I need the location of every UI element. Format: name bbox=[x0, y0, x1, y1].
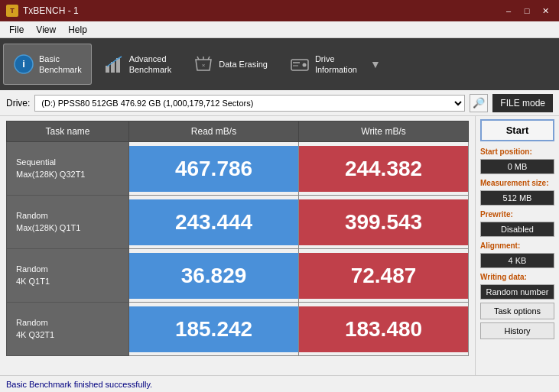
history-button[interactable]: History bbox=[480, 322, 554, 339]
alignment-value[interactable]: 4 KB bbox=[480, 253, 554, 268]
read-value-1: 243.444 bbox=[129, 196, 299, 249]
write-value-1: 399.543 bbox=[299, 196, 469, 249]
measurement-size-value[interactable]: 512 MB bbox=[480, 190, 554, 206]
right-panel: Start Start position: 0 MB Measurement s… bbox=[475, 116, 559, 375]
table-row: Random4K Q32T1185.242183.480 bbox=[7, 303, 469, 356]
prewrite-value[interactable]: Disabled bbox=[480, 222, 554, 237]
benchmark-table-area: Task name Read mB/s Write mB/s Sequentia… bbox=[0, 116, 475, 375]
write-value-0: 244.382 bbox=[299, 142, 469, 196]
minimize-button[interactable]: – bbox=[501, 5, 516, 17]
drive-information-label: DriveInformation bbox=[315, 53, 357, 76]
col-header-read: Read mB/s bbox=[129, 121, 299, 142]
read-value-3: 185.242 bbox=[129, 303, 299, 356]
writing-data-label: Writing data: bbox=[480, 273, 554, 281]
row-label-0: SequentialMax(128K) Q32T1 bbox=[7, 142, 129, 196]
maximize-button[interactable]: □ bbox=[519, 5, 535, 17]
start-position-label: Start position: bbox=[480, 147, 554, 156]
menu-file[interactable]: File bbox=[3, 23, 30, 37]
main-content: Task name Read mB/s Write mB/s Sequentia… bbox=[0, 116, 559, 375]
write-value-3: 183.480 bbox=[299, 303, 469, 356]
svg-text:i: i bbox=[22, 58, 25, 70]
task-options-button[interactable]: Task options bbox=[480, 303, 554, 319]
svg-text:×: × bbox=[202, 62, 206, 69]
menu-view[interactable]: View bbox=[30, 23, 62, 37]
status-bar: Basic Benchmark finished successfully. bbox=[0, 375, 559, 392]
alignment-label: Alignment: bbox=[480, 241, 554, 250]
toolbar-dropdown-arrow[interactable]: ▼ bbox=[370, 58, 381, 70]
drive-information-icon bbox=[289, 53, 310, 75]
data-erasing-label: Data Erasing bbox=[219, 59, 268, 70]
menu-help[interactable]: Help bbox=[62, 23, 93, 37]
prewrite-label: Prewrite: bbox=[480, 210, 554, 219]
start-position-value[interactable]: 0 MB bbox=[480, 159, 554, 174]
col-header-task: Task name bbox=[7, 121, 129, 142]
basic-benchmark-label: BasicBenchmark bbox=[39, 53, 82, 76]
start-button[interactable]: Start bbox=[480, 119, 554, 141]
close-button[interactable]: ✕ bbox=[538, 5, 553, 17]
measurement-size-label: Measurement size: bbox=[480, 179, 554, 187]
title-bar: T TxBENCH - 1 – □ ✕ bbox=[0, 0, 559, 21]
row-label-3: Random4K Q32T1 bbox=[7, 303, 129, 356]
table-row: SequentialMax(128K) Q32T1467.786244.382 bbox=[7, 142, 469, 196]
title-bar-left: T TxBENCH - 1 bbox=[6, 5, 79, 17]
col-header-write: Write mB/s bbox=[299, 121, 469, 142]
status-text: Basic Benchmark finished successfully. bbox=[6, 380, 152, 389]
table-row: RandomMax(128K) Q1T1243.444399.543 bbox=[7, 196, 469, 249]
table-row: Random4K Q1T136.82972.487 bbox=[7, 249, 469, 303]
write-value-2: 72.487 bbox=[299, 249, 469, 303]
drive-select[interactable]: (D:) PPSS80 512GB 476.92 GB (1,000,179,7… bbox=[34, 95, 465, 112]
app-icon: T bbox=[6, 5, 18, 17]
drive-bar: Drive: (D:) PPSS80 512GB 476.92 GB (1,00… bbox=[0, 90, 559, 116]
data-erasing-icon: × bbox=[193, 53, 214, 75]
toolbar: i BasicBenchmark AdvancedBenchmark × bbox=[0, 38, 559, 90]
row-label-1: RandomMax(128K) Q1T1 bbox=[7, 196, 129, 249]
window-controls[interactable]: – □ ✕ bbox=[501, 5, 553, 17]
toolbar-data-erasing[interactable]: × Data Erasing bbox=[183, 44, 278, 85]
drive-refresh-button[interactable]: 🔎 bbox=[470, 94, 488, 112]
read-value-0: 467.786 bbox=[129, 142, 299, 196]
toolbar-advanced-benchmark[interactable]: AdvancedBenchmark bbox=[93, 44, 182, 85]
writing-data-value[interactable]: Random number bbox=[480, 284, 554, 300]
read-value-2: 36.829 bbox=[129, 249, 299, 303]
toolbar-basic-benchmark[interactable]: i BasicBenchmark bbox=[3, 44, 92, 85]
row-label-2: Random4K Q1T1 bbox=[7, 249, 129, 303]
toolbar-drive-information[interactable]: DriveInformation bbox=[279, 44, 367, 85]
window-title: TxBENCH - 1 bbox=[23, 5, 79, 16]
basic-benchmark-icon: i bbox=[13, 53, 34, 75]
svg-rect-4 bbox=[116, 58, 120, 73]
benchmark-table: Task name Read mB/s Write mB/s Sequentia… bbox=[6, 121, 469, 356]
file-mode-button[interactable]: FILE mode bbox=[492, 94, 553, 112]
drive-label: Drive: bbox=[6, 98, 30, 109]
advanced-benchmark-label: AdvancedBenchmark bbox=[129, 53, 172, 76]
menu-bar: File View Help bbox=[0, 21, 559, 38]
advanced-benchmark-icon bbox=[103, 53, 125, 75]
svg-point-11 bbox=[302, 63, 306, 67]
